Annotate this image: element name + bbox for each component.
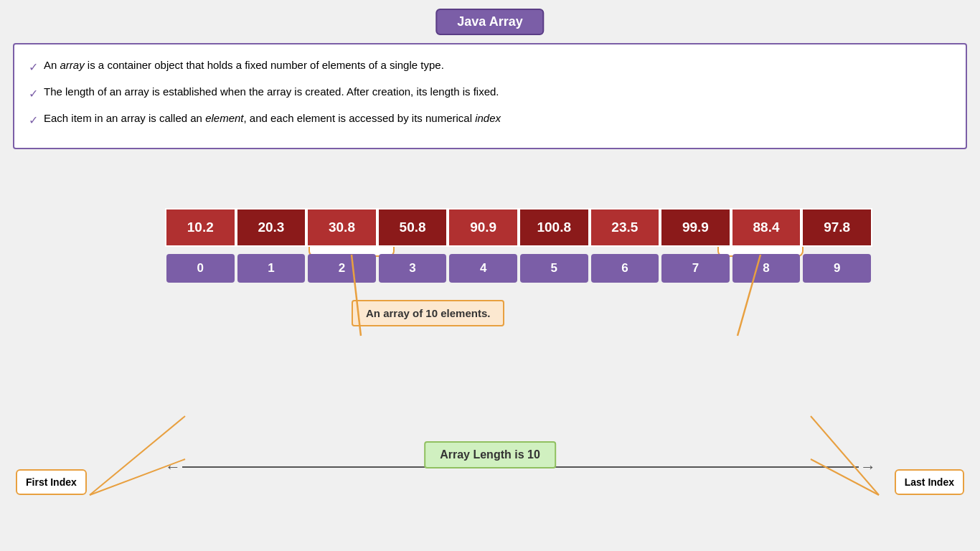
svg-line-2 xyxy=(90,416,185,495)
array-cell-0: 10.2 xyxy=(165,208,236,247)
array-cell-7: 99.9 xyxy=(660,208,731,247)
index-cell-4: 4 xyxy=(449,254,517,283)
first-index-text: First Index xyxy=(26,476,77,488)
index-cells-row: 0123456789 xyxy=(165,254,872,283)
right-arrow: → xyxy=(860,458,876,476)
array-area: 10.220.330.850.890.9100.823.599.988.497.… xyxy=(165,208,872,283)
array-cell-2: 30.8 xyxy=(306,208,377,247)
array-length-text: Array Length is 10 xyxy=(440,448,540,461)
index-cell-2: 2 xyxy=(308,254,376,283)
array-cell-5: 100.8 xyxy=(519,208,590,247)
info-line-1: ✓ An array is a container object that ho… xyxy=(29,56,951,77)
index-cell-9: 9 xyxy=(803,254,871,283)
page-title: Java Array xyxy=(435,9,544,35)
array-cell-4: 90.9 xyxy=(448,208,519,247)
index-cell-5: 5 xyxy=(520,254,588,283)
index-cell-0: 0 xyxy=(166,254,235,283)
info-box: ✓ An array is a container object that ho… xyxy=(13,43,967,149)
info-text-2: The length of an array is established wh… xyxy=(44,83,499,101)
array-subtitle-text: An array of 10 elements. xyxy=(366,307,490,319)
array-subtitle-label: An array of 10 elements. xyxy=(352,300,504,326)
info-text-1: An array is a container object that hold… xyxy=(44,56,444,75)
index-cell-7: 7 xyxy=(661,254,730,283)
first-index-label: First Index xyxy=(16,469,87,495)
left-arrow: ← xyxy=(165,458,181,476)
info-line-2: ✓ The length of an array is established … xyxy=(29,83,951,103)
check-icon-1: ✓ xyxy=(29,57,38,77)
index-cell-6: 6 xyxy=(591,254,659,283)
array-cell-6: 23.5 xyxy=(590,208,661,247)
index-cell-8: 8 xyxy=(732,254,801,283)
index-cell-3: 3 xyxy=(379,254,447,283)
last-index-label: Last Index xyxy=(895,469,964,495)
array-length-label: Array Length is 10 xyxy=(424,441,556,468)
svg-line-4 xyxy=(811,416,879,495)
array-cell-1: 20.3 xyxy=(236,208,307,247)
index-cell-1: 1 xyxy=(237,254,306,283)
array-cell-8: 88.4 xyxy=(731,208,802,247)
array-cell-9: 97.8 xyxy=(801,208,872,247)
check-icon-3: ✓ xyxy=(29,110,38,130)
info-line-3: ✓ Each item in an array is called an ele… xyxy=(29,109,951,130)
array-cell-3: 50.8 xyxy=(377,208,448,247)
check-icon-2: ✓ xyxy=(29,84,38,103)
array-cells-row: 10.220.330.850.890.9100.823.599.988.497.… xyxy=(165,208,872,247)
info-text-3: Each item in an array is called an eleme… xyxy=(44,109,501,128)
last-index-text: Last Index xyxy=(905,476,954,488)
